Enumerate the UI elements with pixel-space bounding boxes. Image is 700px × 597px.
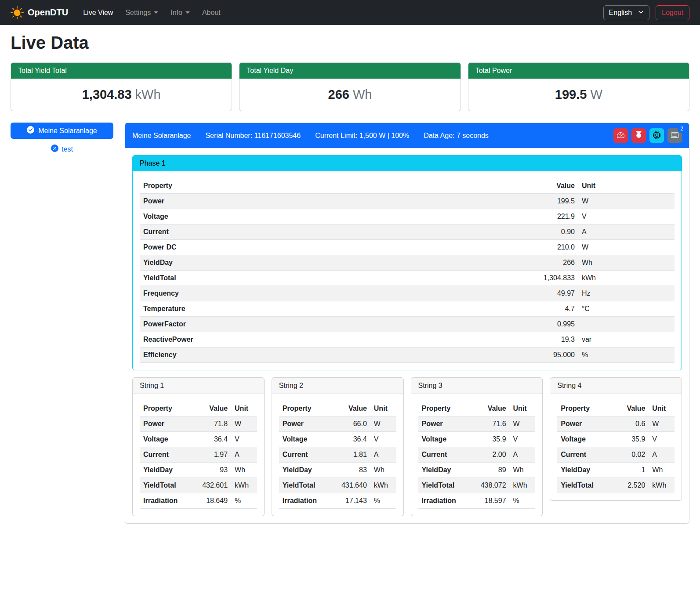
table-row: Power71.6W: [418, 416, 536, 432]
column-header-unit: Unit: [370, 401, 396, 416]
value-cell: 0.6: [611, 416, 649, 432]
table-row: YieldTotal431.640kWh: [279, 478, 396, 493]
unit-cell: kWh: [510, 478, 536, 493]
table-row: Irradiation18.649%: [140, 493, 257, 509]
string-card-title: String 4: [550, 378, 682, 394]
inverter-actions: 2: [613, 128, 682, 143]
logout-button[interactable]: Logout: [656, 5, 689, 20]
property-cell: YieldTotal: [140, 271, 493, 286]
card-value: 1,304.83: [82, 87, 132, 101]
string-card: String 1 Property Value Unit Power71.8WV…: [132, 377, 265, 516]
card-total-yield-day: Total Yield Day 266Wh: [239, 62, 461, 111]
value-cell: 95.000: [493, 347, 578, 363]
property-cell: Temperature: [140, 301, 493, 317]
unit-cell: Wh: [510, 463, 536, 478]
nav-info[interactable]: Info: [164, 5, 196, 20]
value-cell: 1: [611, 463, 649, 478]
nav-settings[interactable]: Settings: [119, 5, 164, 20]
table-row: PowerFactor0.995: [140, 317, 675, 332]
value-cell: 17.143: [333, 493, 370, 509]
table-row: Irradiation18.597%: [418, 493, 536, 509]
string-table: Property Value Unit Power0.6WVoltage35.9…: [557, 401, 675, 493]
value-cell: 71.6: [472, 416, 509, 432]
table-row: YieldDay1Wh: [557, 463, 675, 478]
inverter-card-header: Meine Solaranlage Serial Number: 1161716…: [125, 123, 689, 148]
card-body: 266Wh: [239, 79, 460, 111]
column-header-unit: Unit: [649, 401, 675, 416]
speedometer-icon: [617, 131, 624, 140]
table-row: Efficiency95.000%: [140, 347, 675, 363]
string-card-title: String 2: [272, 378, 403, 394]
power-button[interactable]: [631, 128, 646, 143]
inverter-name[interactable]: Meine Solaranlage: [132, 132, 191, 140]
property-cell: Irradiation: [140, 493, 194, 509]
navbar-right: English Logout: [603, 5, 689, 20]
value-cell: 4.7: [493, 301, 578, 317]
value-cell: 71.8: [194, 416, 231, 432]
table-row: Current0.02A: [557, 447, 675, 463]
card-header: Total Power: [468, 63, 689, 79]
column-header-property: Property: [418, 401, 472, 416]
property-cell: Power: [140, 194, 493, 209]
unit-cell: V: [370, 432, 396, 447]
event-log-button[interactable]: 2: [667, 128, 682, 143]
value-cell: 438.072: [472, 478, 509, 493]
column-header-unit: Unit: [510, 401, 536, 416]
value-cell: 1,304.833: [493, 271, 578, 286]
column-header-value: Value: [611, 401, 649, 416]
table-row: Current0.90A: [140, 224, 675, 240]
string-card-title: String 1: [133, 378, 264, 394]
language-select[interactable]: English: [603, 5, 649, 20]
chevron-down-icon: [154, 11, 158, 14]
unit-cell: %: [510, 493, 536, 509]
inverter-serial: Serial Number: 116171603546: [205, 132, 301, 140]
table-row: Power DC210.0W: [140, 240, 675, 255]
card-body: 199.5W: [468, 79, 689, 111]
property-cell: Voltage: [140, 432, 194, 447]
inverter-select-button[interactable]: Meine Solaranlage: [11, 123, 113, 139]
content-row: Meine Solaranlage test Meine Solaranlage…: [11, 123, 689, 524]
summary-row: Total Yield Total 1,304.83kWh Total Yiel…: [11, 62, 689, 111]
brand-label: OpenDTU: [28, 7, 68, 18]
device-info-button[interactable]: [649, 128, 664, 143]
page: Live Data Total Yield Total 1,304.83kWh …: [0, 25, 700, 536]
table-row: Voltage35.9V: [557, 432, 675, 447]
cpu-icon: [653, 131, 660, 140]
column-header-property: Property: [140, 178, 493, 194]
value-cell: 0.995: [493, 317, 578, 332]
nav-live-view[interactable]: Live View: [77, 5, 119, 20]
chevron-down-icon: [638, 9, 644, 17]
table-row: Voltage221.9V: [140, 209, 675, 224]
string-card-body: Property Value Unit Power0.6WVoltage35.9…: [550, 394, 682, 500]
string-table-body: Power0.6WVoltage35.9VCurrent0.02AYieldDa…: [557, 416, 675, 493]
nav-info-label: Info: [170, 9, 182, 17]
unit-cell: °C: [578, 301, 675, 317]
unit-cell: Wh: [578, 255, 675, 271]
column-header-unit: Unit: [231, 401, 257, 416]
unit-cell: W: [231, 416, 257, 432]
value-cell: 1.81: [333, 447, 370, 463]
string-table: Property Value Unit Power71.8WVoltage36.…: [140, 401, 257, 509]
inverter-item-test[interactable]: test: [11, 145, 113, 154]
page-title: Live Data: [11, 33, 689, 53]
property-cell: Irradiation: [279, 493, 333, 509]
table-header-row: Property Value Unit: [279, 401, 396, 416]
language-select-value: English: [609, 9, 632, 17]
property-cell: Current: [279, 447, 333, 463]
value-cell: 49.97: [493, 286, 578, 301]
value-cell: 2.520: [611, 478, 649, 493]
card-body: 1,304.83kWh: [11, 79, 232, 111]
brand[interactable]: OpenDTU: [11, 6, 68, 19]
limit-settings-button[interactable]: [613, 128, 628, 143]
property-cell: YieldDay: [418, 463, 472, 478]
value-cell: 199.5: [493, 194, 578, 209]
value-cell: 1.97: [194, 447, 231, 463]
property-cell: Power: [557, 416, 611, 432]
unit-cell: A: [578, 224, 675, 240]
value-cell: 19.3: [493, 332, 578, 347]
unit-cell: kWh: [649, 478, 675, 493]
unit-cell: %: [231, 493, 257, 509]
table-row: Voltage36.4V: [140, 432, 257, 447]
value-cell: 93: [194, 463, 231, 478]
nav-about[interactable]: About: [196, 5, 227, 20]
